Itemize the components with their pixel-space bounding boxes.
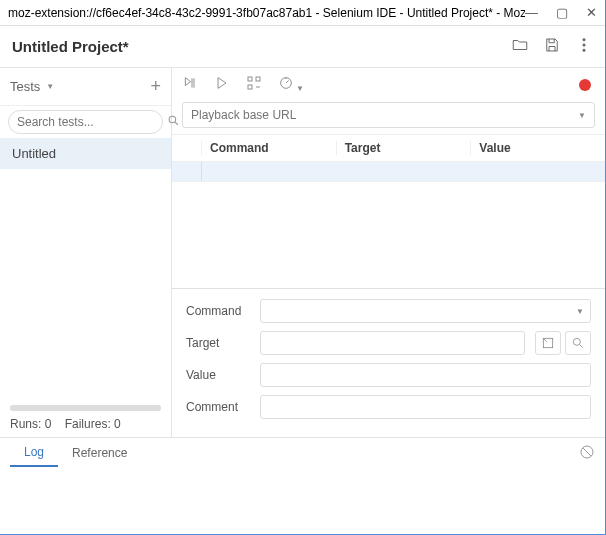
- command-form: Command ▼ Target Value Comment: [172, 288, 605, 437]
- find-target-button[interactable]: [565, 331, 591, 355]
- sidebar-footer: Runs: 0 Failures: 0: [10, 405, 161, 431]
- clear-log-button[interactable]: [579, 444, 595, 463]
- window-controls: — ▢ ✕: [525, 5, 597, 20]
- add-test-button[interactable]: +: [150, 76, 161, 97]
- bottom-tabs: Log Reference: [0, 438, 605, 468]
- speed-icon[interactable]: ▼: [278, 75, 304, 95]
- value-input[interactable]: [267, 368, 584, 382]
- step-icon[interactable]: [246, 75, 262, 95]
- test-item[interactable]: Untitled: [0, 138, 171, 169]
- chevron-down-icon[interactable]: ▼: [576, 307, 584, 316]
- failures-count: Failures: 0: [65, 417, 121, 431]
- base-url-row: ▼: [182, 102, 595, 128]
- playback-toolbar: ▼: [172, 68, 605, 102]
- run-all-icon[interactable]: [182, 75, 198, 95]
- comment-field[interactable]: [260, 395, 591, 419]
- window-title: moz-extension://cf6ec4ef-34c8-43c2-9991-…: [8, 6, 525, 20]
- tests-sidebar: Tests ▼ + Untitled Runs: 0 Failures: 0: [0, 68, 172, 437]
- command-label: Command: [186, 304, 250, 318]
- svg-point-3: [169, 116, 176, 123]
- more-menu-icon[interactable]: [575, 36, 593, 58]
- close-icon[interactable]: ✕: [586, 5, 597, 20]
- svg-rect-5: [256, 77, 260, 81]
- search-input[interactable]: [17, 115, 167, 129]
- project-title: Untitled Project*: [12, 38, 511, 55]
- target-header: Target: [336, 141, 471, 155]
- run-current-icon[interactable]: [214, 75, 230, 95]
- sidebar-scrollbar[interactable]: [10, 405, 161, 411]
- chevron-down-icon[interactable]: ▼: [578, 111, 586, 120]
- svg-point-9: [573, 338, 580, 345]
- row-handle-header: [172, 141, 202, 155]
- command-table-header: Command Target Value: [172, 134, 605, 162]
- window-titlebar: moz-extension://cf6ec4ef-34c8-43c2-9991-…: [0, 0, 605, 26]
- svg-rect-6: [248, 85, 252, 89]
- comment-input[interactable]: [267, 400, 584, 414]
- main-area: Tests ▼ + Untitled Runs: 0 Failures: 0 ▼: [0, 68, 605, 438]
- project-actions: [511, 36, 593, 58]
- target-input[interactable]: [267, 336, 518, 350]
- svg-point-0: [583, 38, 585, 40]
- search-icon: [167, 114, 180, 130]
- tab-reference[interactable]: Reference: [58, 440, 141, 466]
- search-tests[interactable]: [8, 110, 163, 134]
- tests-header: Tests ▼ +: [0, 68, 171, 106]
- target-label: Target: [186, 336, 250, 350]
- record-button[interactable]: [579, 79, 591, 91]
- minimize-icon[interactable]: —: [525, 5, 538, 20]
- command-header: Command: [202, 141, 336, 155]
- editor-pane: ▼ ▼ Command Target Value Command ▼: [172, 68, 605, 437]
- save-icon[interactable]: [543, 36, 561, 58]
- value-header: Value: [470, 141, 605, 155]
- svg-rect-4: [248, 77, 252, 81]
- project-bar: Untitled Project*: [0, 26, 605, 68]
- open-folder-icon[interactable]: [511, 36, 529, 58]
- tests-label: Tests: [10, 79, 40, 94]
- tests-dropdown[interactable]: Tests ▼: [10, 79, 150, 94]
- base-url-input[interactable]: [191, 108, 576, 122]
- table-row[interactable]: [172, 162, 605, 182]
- select-target-button[interactable]: [535, 331, 561, 355]
- maximize-icon[interactable]: ▢: [556, 5, 568, 20]
- tab-log[interactable]: Log: [10, 439, 58, 467]
- svg-point-2: [583, 49, 585, 51]
- command-input[interactable]: [267, 304, 576, 318]
- svg-point-1: [583, 43, 585, 45]
- base-url-field[interactable]: ▼: [182, 102, 595, 128]
- table-body: [172, 182, 605, 288]
- target-field[interactable]: [260, 331, 525, 355]
- comment-label: Comment: [186, 400, 250, 414]
- chevron-down-icon: ▼: [46, 82, 54, 91]
- command-field[interactable]: ▼: [260, 299, 591, 323]
- value-label: Value: [186, 368, 250, 382]
- row-handle[interactable]: [172, 162, 202, 181]
- value-field[interactable]: [260, 363, 591, 387]
- runs-count: Runs: 0: [10, 417, 51, 431]
